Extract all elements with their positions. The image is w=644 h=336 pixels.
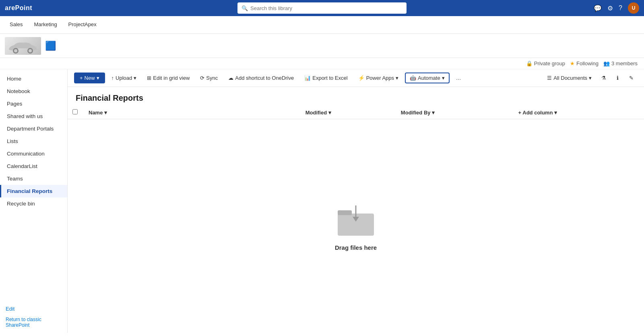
sidebar-item-financial-reports[interactable]: Financial Reports bbox=[0, 185, 67, 197]
classic-sharepoint-link[interactable]: Return to classic SharePoint bbox=[0, 315, 67, 330]
lock-icon: 🔒 bbox=[526, 60, 533, 66]
main-layout: Home Notebook Pages Shared with us Depar… bbox=[0, 69, 644, 333]
sidebar-item-calendarlist[interactable]: CalendarList bbox=[0, 160, 67, 172]
sidebar-item-recycle-bin[interactable]: Recycle bin bbox=[0, 197, 67, 210]
sync-button[interactable]: ⟳ Sync bbox=[196, 73, 222, 83]
modified-col-header[interactable]: Modified ▾ bbox=[301, 106, 396, 119]
svg-rect-5 bbox=[338, 210, 352, 215]
sidebar-item-shared-with-us[interactable]: Shared with us bbox=[0, 110, 67, 122]
app-name: arePoint bbox=[5, 4, 32, 12]
top-icons: 💬 ⚙ ? U bbox=[594, 2, 639, 14]
drop-zone[interactable]: Drag files here bbox=[68, 119, 644, 333]
plus-icon: + bbox=[80, 75, 83, 81]
checkbox-col-header[interactable] bbox=[68, 106, 84, 119]
grid-icon: ⊞ bbox=[147, 75, 151, 81]
power-apps-button[interactable]: ⚡ Power Apps ▾ bbox=[354, 73, 402, 83]
sidebar: Home Notebook Pages Shared with us Depar… bbox=[0, 69, 68, 333]
select-all-checkbox[interactable] bbox=[72, 109, 78, 114]
settings-icon[interactable]: ⚙ bbox=[607, 4, 613, 12]
toolbar: + New ▾ ↑ Upload ▾ ⊞ Edit in grid view ⟳… bbox=[68, 69, 644, 87]
nav-tabs: Sales Marketing ProjectApex bbox=[0, 16, 644, 34]
site-logo[interactable] bbox=[5, 37, 41, 55]
logo-bar: 🟦 bbox=[0, 34, 644, 58]
site-logo-svg bbox=[7, 38, 39, 54]
chevron-down-icon: ▾ bbox=[97, 75, 99, 81]
powerapps-icon: ⚡ bbox=[358, 75, 365, 81]
shortcut-button[interactable]: ☁ Add shortcut to OneDrive bbox=[224, 73, 298, 83]
top-bar: arePoint 🔍 💬 ⚙ ? U bbox=[0, 0, 644, 16]
automate-icon: 🤖 bbox=[410, 75, 416, 81]
search-bar[interactable]: 🔍 bbox=[237, 2, 407, 14]
info-icon: ℹ bbox=[617, 75, 619, 81]
new-button[interactable]: + New ▾ bbox=[74, 73, 105, 83]
chevron-down-icon-automate: ▾ bbox=[442, 75, 445, 81]
members-count[interactable]: 👥 3 members bbox=[603, 60, 638, 66]
status-bar: 🔒 Private group ★ Following 👥 3 members bbox=[0, 58, 644, 69]
add-column-header[interactable]: + Add column ▾ bbox=[514, 106, 644, 119]
sidebar-item-lists[interactable]: Lists bbox=[0, 135, 67, 147]
people-icon: 👥 bbox=[603, 60, 610, 66]
svg-point-1 bbox=[14, 49, 17, 52]
search-icon: 🔍 bbox=[242, 5, 248, 11]
folder-svg bbox=[336, 201, 376, 238]
star-icon: ★ bbox=[570, 60, 575, 66]
teams-icon[interactable]: 🟦 bbox=[45, 41, 56, 51]
edit-icon: ✎ bbox=[629, 75, 634, 81]
upload-icon: ↑ bbox=[111, 75, 114, 81]
search-container: 🔍 bbox=[237, 2, 407, 14]
sidebar-item-department-portals[interactable]: Department Portals bbox=[0, 122, 67, 135]
sync-icon: ⟳ bbox=[200, 75, 204, 81]
sidebar-item-notebook[interactable]: Notebook bbox=[0, 85, 67, 97]
all-documents-button[interactable]: ☰ All Documents ▾ bbox=[544, 73, 595, 83]
upload-button[interactable]: ↑ Upload ▾ bbox=[107, 73, 141, 83]
name-col-header[interactable]: Name ▾ bbox=[84, 106, 301, 119]
more-button[interactable]: … bbox=[452, 73, 465, 83]
sidebar-item-teams[interactable]: Teams bbox=[0, 172, 67, 185]
svg-point-3 bbox=[29, 49, 32, 52]
filter-button[interactable]: ⚗ bbox=[597, 73, 610, 83]
private-group[interactable]: 🔒 Private group bbox=[526, 60, 565, 66]
sidebar-item-home[interactable]: Home bbox=[0, 73, 67, 85]
filter-icon: ⚗ bbox=[601, 75, 606, 81]
modified-by-col-header[interactable]: Modified By ▾ bbox=[396, 106, 514, 119]
sort-icon-name: ▾ bbox=[104, 110, 107, 116]
info-button[interactable]: ℹ bbox=[613, 73, 623, 83]
nav-tab-marketing[interactable]: Marketing bbox=[29, 20, 62, 30]
view-icon: ☰ bbox=[547, 75, 552, 81]
chevron-down-icon-powerapps: ▾ bbox=[396, 75, 398, 81]
page-title: Financial Reports bbox=[68, 87, 644, 106]
onedrive-icon: ☁ bbox=[228, 75, 233, 81]
chevron-down-icon-upload: ▾ bbox=[134, 75, 136, 81]
folder-icon bbox=[336, 201, 376, 238]
content-area: + New ▾ ↑ Upload ▾ ⊞ Edit in grid view ⟳… bbox=[68, 69, 644, 333]
following-button[interactable]: ★ Following bbox=[570, 60, 599, 66]
nav-tab-projectapex[interactable]: ProjectApex bbox=[64, 20, 101, 30]
file-table: Name ▾ Modified ▾ Modified By ▾ + Add co… bbox=[68, 106, 644, 119]
toolbar-right: ☰ All Documents ▾ ⚗ ℹ ✎ bbox=[544, 73, 638, 83]
excel-icon: 📊 bbox=[304, 75, 311, 81]
edit-columns-button[interactable]: ✎ bbox=[625, 73, 638, 83]
sidebar-item-pages[interactable]: Pages bbox=[0, 97, 67, 110]
chevron-down-icon-alldocs: ▾ bbox=[589, 75, 592, 81]
edit-grid-button[interactable]: ⊞ Edit in grid view bbox=[143, 73, 194, 83]
avatar[interactable]: U bbox=[628, 2, 639, 14]
drag-files-text: Drag files here bbox=[335, 244, 377, 251]
edit-link[interactable]: Edit bbox=[0, 303, 67, 315]
chevron-down-icon-addcol: ▾ bbox=[554, 110, 557, 116]
export-button[interactable]: 📊 Export to Excel bbox=[300, 73, 351, 83]
feedback-icon[interactable]: 💬 bbox=[594, 4, 602, 12]
automate-button[interactable]: 🤖 Automate ▾ bbox=[405, 73, 450, 83]
sort-icon-modified: ▾ bbox=[328, 110, 331, 116]
help-icon[interactable]: ? bbox=[619, 4, 622, 12]
sidebar-item-communication[interactable]: Communication bbox=[0, 147, 67, 160]
sort-icon-modified-by: ▾ bbox=[432, 110, 435, 116]
nav-tab-sales[interactable]: Sales bbox=[5, 20, 28, 30]
search-input[interactable] bbox=[250, 5, 402, 11]
